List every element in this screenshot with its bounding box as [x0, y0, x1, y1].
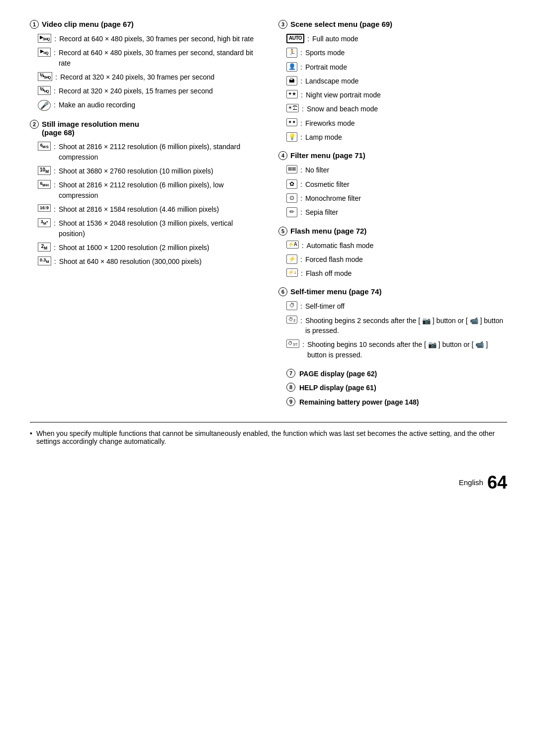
section-3-title: Scene select menu (page 69) [290, 20, 392, 28]
timer10s-text: Shooting begins 10 seconds after the [ 📷… [307, 339, 507, 360]
note-row: • When you specify multiple functions th… [30, 429, 507, 445]
qvgashq-icon: ⅔SHQ [38, 72, 52, 81]
res-item-169: 16:9 : Shoot at 2816 × 1584 resolution (… [38, 204, 259, 214]
flash-item-auto: ⚡A : Automatic flash mode [286, 241, 507, 251]
6mh-text: Shoot at 2816 × 2112 resolution (6 milli… [59, 180, 259, 200]
res-item-6ms: 6M·S : Shoot at 2816 × 2112 resolution (… [38, 142, 259, 162]
nightview-icon: ✦★ [286, 90, 298, 98]
10m-icon: 10M [38, 166, 51, 175]
qvgahq-icon: ⅔HQ [38, 86, 51, 95]
10m-text: Shoot at 3680 × 2760 resolution (10 mill… [59, 166, 259, 176]
nightview-text: Night view portrait mode [306, 90, 507, 100]
snow-text: Snow and beach mode [307, 104, 507, 114]
section-7-row: 7 PAGE display (page 62) [286, 369, 507, 379]
169-icon: 16:9 [38, 204, 51, 212]
timer2s-text: Shooting begins 2 seconds after the [ 📷 … [305, 316, 507, 336]
3mv-icon: 3M▪ [38, 218, 51, 227]
mono-icon: ⊙ [286, 193, 297, 203]
sepia-text: Sepia filter [305, 207, 507, 217]
section-3-num: 3 [278, 20, 287, 29]
filter-item-cosmetic: ✿ : Cosmetic filter [286, 179, 507, 189]
res-item-10m: 10M : Shoot at 3680 × 2760 resolution (1… [38, 166, 259, 176]
3mv-text: Shoot at 1536 × 2048 resolution (3 milli… [59, 218, 259, 239]
section-8-num: 8 [286, 383, 295, 392]
section-6-num: 6 [278, 287, 287, 296]
auto-icon: AUTO [286, 34, 304, 43]
vshq-text: Record at 640 × 480 pixels, 30 frames pe… [59, 34, 259, 44]
video-item-audio: 🎤 : Make an audio recording [38, 100, 259, 111]
2m-text: Shoot at 1600 × 1200 resolution (2 milli… [59, 243, 259, 252]
section-2-num: 2 [30, 120, 39, 129]
scene-item-portrait: 👤 : Portrait mode [286, 62, 507, 72]
fireworks-text: Fireworks mode [305, 118, 507, 128]
filter-item-mono: ⊙ : Monochrome filter [286, 193, 507, 203]
fireworks-icon: ✦✦ [286, 118, 297, 127]
page-footer: English 64 [30, 467, 507, 493]
video-item-vhq: ▶HQ : Record at 640 × 480 pixels, 30 fra… [38, 48, 259, 68]
section-1-num: 1 [30, 20, 39, 29]
qvgahq-text: Record at 320 × 240 pixels, 15 frames pe… [59, 86, 259, 96]
filter-item-sepia: ✏ : Sepia filter [286, 207, 507, 217]
scene-item-auto: AUTO : Full auto mode [286, 34, 507, 44]
section-7-num: 7 [286, 369, 295, 378]
video-item-qvgashq: ⅔SHQ : Record at 320 × 240 pixels, 30 fr… [38, 72, 259, 82]
169-text: Shoot at 2816 × 1584 resolution (4.46 mi… [59, 204, 259, 214]
flashoff-text: Flash off mode [306, 268, 507, 278]
cosmetic-icon: ✿ [286, 179, 297, 189]
lamp-text: Lamp mode [305, 132, 507, 142]
res-item-3mv: 3M▪ : Shoot at 1536 × 2048 resolution (3… [38, 218, 259, 239]
note-section: • When you specify multiple functions th… [30, 422, 507, 447]
section-9-num: 9 [286, 397, 295, 406]
portrait-icon: 👤 [286, 62, 297, 72]
6ms-text: Shoot at 2816 × 2112 resolution (6 milli… [59, 142, 259, 162]
vhq-text: Record at 640 × 480 pixels, 30 frames pe… [59, 48, 259, 68]
footer-language: English [459, 478, 483, 487]
scene-item-landscape: 🏔 : Landscape mode [286, 76, 507, 86]
mono-text: Monochrome filter [305, 193, 507, 203]
res-item-03m: 0.3M : Shoot at 640 × 480 resolution (30… [38, 256, 259, 266]
flashauto-text: Automatic flash mode [307, 241, 507, 251]
cosmetic-text: Cosmetic filter [305, 179, 507, 189]
note-bullet: • [30, 429, 32, 437]
left-column: 1 Video clip menu (page 67) ▶SHQ : Recor… [30, 20, 259, 408]
03m-text: Shoot at 640 × 480 resolution (300,000 p… [59, 256, 259, 266]
timeroff-icon: ⏱ [286, 301, 297, 310]
flashauto-icon: ⚡A [286, 241, 299, 249]
landscape-icon: 🏔 [286, 76, 297, 85]
audio-icon: 🎤 [38, 100, 51, 111]
portrait-text: Portrait mode [305, 62, 507, 72]
timeroff-text: Self-timer off [305, 301, 507, 311]
auto-text: Full auto mode [312, 34, 507, 44]
section-6-title: Self-timer menu (page 74) [290, 287, 381, 296]
03m-icon: 0.3M [38, 256, 51, 265]
flashforced-icon: ⚡ [286, 254, 297, 264]
section-2-title: Still image resolution menu(page 68) [42, 120, 139, 137]
footer-page-num: 64 [487, 472, 507, 493]
section-4-num: 4 [278, 151, 287, 160]
page-content: 1 Video clip menu (page 67) ▶SHQ : Recor… [30, 20, 507, 493]
section-5-header: 5 Flash menu (page 72) [278, 227, 507, 236]
section-8-row: 8 HELP display (page 61) [286, 383, 507, 393]
scene-item-sports: 🏃 : Sports mode [286, 48, 507, 58]
section-5-num: 5 [278, 227, 287, 236]
video-item-qvgahq: ⅔HQ : Record at 320 × 240 pixels, 15 fra… [38, 86, 259, 96]
section-2-header: 2 Still image resolution menu(page 68) [30, 120, 259, 137]
timer-item-2s: ⏱₂ : Shooting begins 2 seconds after the… [286, 316, 507, 336]
flashforced-text: Forced flash mode [305, 254, 507, 264]
section-1-title: Video clip menu (page 67) [42, 20, 134, 28]
nofilter-text: No filter [305, 165, 507, 175]
flash-item-off: ⚡↓ : Flash off mode [286, 268, 507, 278]
sepia-icon: ✏ [286, 207, 297, 217]
6mh-icon: 6M·H [38, 180, 51, 189]
lamp-icon: 💡 [286, 132, 297, 142]
landscape-text: Landscape mode [305, 76, 507, 86]
filter-item-none: ⊠⊠ : No filter [286, 165, 507, 175]
timer-item-off: ⏱ : Self-timer off [286, 301, 507, 311]
section-8-label: HELP display (page 61) [299, 383, 507, 393]
section-4-header: 4 Filter menu (page 71) [278, 151, 507, 160]
sports-text: Sports mode [305, 48, 507, 58]
section-9-row: 9 Remaining battery power (page 148) [286, 397, 507, 407]
res-item-6mh: 6M·H : Shoot at 2816 × 2112 resolution (… [38, 180, 259, 200]
section-3-header: 3 Scene select menu (page 69) [278, 20, 507, 29]
6ms-icon: 6M·S [38, 142, 51, 151]
